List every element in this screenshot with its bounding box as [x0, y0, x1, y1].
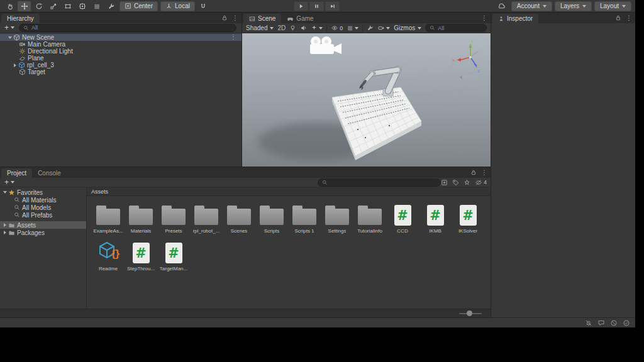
- asset-item[interactable]: Scripts 1: [288, 201, 321, 234]
- scene-grid-dropdown[interactable]: [347, 25, 358, 31]
- asset-item[interactable]: rpl_robot_...: [190, 201, 223, 234]
- scene-effects-dropdown[interactable]: [311, 25, 323, 31]
- check-circle-icon[interactable]: [623, 319, 630, 327]
- panel-menu-icon[interactable]: [626, 15, 632, 21]
- asset-item[interactable]: Scripts: [255, 201, 288, 234]
- pivot-local-label: Local: [175, 3, 190, 9]
- lock-icon[interactable]: [221, 14, 228, 21]
- grid-tool-button[interactable]: [90, 1, 103, 11]
- move-tool-button[interactable]: [18, 1, 31, 11]
- play-button[interactable]: [294, 1, 309, 11]
- snap-tool-button[interactable]: [197, 1, 210, 11]
- search-by-type-icon[interactable]: [441, 179, 448, 186]
- scene-audio-icon[interactable]: [300, 25, 307, 31]
- shading-mode-dropdown[interactable]: Shaded: [246, 25, 274, 31]
- asset-item[interactable]: IKSolver: [452, 201, 484, 234]
- expand-arrow-icon[interactable]: [4, 231, 6, 234]
- asset-item[interactable]: CCD: [386, 201, 419, 234]
- scene-viewport[interactable]: y x z Persp: [242, 33, 491, 167]
- lock-icon[interactable]: [615, 14, 621, 21]
- step-icon: [330, 3, 336, 9]
- pause-button[interactable]: [309, 1, 325, 11]
- tab-scene[interactable]: Scene: [243, 14, 281, 23]
- hierarchy-search-input[interactable]: All: [19, 24, 236, 32]
- hierarchy-item-target[interactable]: Target: [0, 69, 242, 75]
- step-button[interactable]: [325, 1, 340, 11]
- scene-camera-dropdown[interactable]: [377, 25, 390, 31]
- hidden-packages-toggle[interactable]: 4: [475, 179, 487, 186]
- account-dropdown[interactable]: Account: [511, 1, 552, 11]
- panel-menu-icon[interactable]: [481, 15, 487, 21]
- hierarchy-item-plane[interactable]: Plane: [0, 55, 242, 62]
- save-search-icon[interactable]: [464, 179, 470, 186]
- collapse-arrow-icon[interactable]: [8, 36, 12, 39]
- hierarchy-item-rpl-cell[interactable]: rpl_cell_3: [0, 62, 242, 69]
- hierarchy-tab-label: Hierarchy: [7, 15, 34, 22]
- scale-tool-button[interactable]: [47, 1, 60, 11]
- folder-icon: [96, 209, 120, 225]
- tab-console[interactable]: Console: [32, 168, 67, 178]
- transform-tool-button[interactable]: [75, 1, 89, 11]
- asset-item[interactable]: {} Readme: [92, 239, 125, 272]
- scene-options-icon[interactable]: [230, 34, 236, 40]
- project-add-button[interactable]: +: [3, 178, 16, 187]
- zoom-slider-handle[interactable]: [467, 310, 472, 316]
- play-icon: [298, 3, 304, 9]
- zoom-slider[interactable]: [459, 313, 482, 314]
- lock-icon[interactable]: [470, 169, 477, 176]
- panel-menu-icon[interactable]: [481, 170, 487, 176]
- pivot-center-button[interactable]: Center: [119, 1, 158, 11]
- hierarchy-item-directional-light[interactable]: Directional Light: [0, 48, 242, 55]
- rect-tool-button[interactable]: [61, 1, 74, 11]
- ban-icon[interactable]: [610, 319, 618, 327]
- sidebar-item-all-prefabs[interactable]: All Prefabs: [0, 211, 86, 219]
- tab-project[interactable]: Project: [1, 168, 32, 178]
- custom-tool-button[interactable]: [104, 1, 118, 11]
- asset-item[interactable]: TutorialInfo: [353, 201, 386, 234]
- search-placeholder: All: [438, 25, 444, 31]
- item-label: Plane: [28, 55, 44, 62]
- 2d-toggle[interactable]: 2D: [277, 25, 286, 31]
- asset-item[interactable]: IKMB: [419, 201, 452, 234]
- message-icon[interactable]: [597, 319, 605, 327]
- asset-item[interactable]: Materials: [125, 201, 157, 234]
- scene-lighting-icon[interactable]: [289, 25, 296, 31]
- sidebar-item-assets[interactable]: Assets: [0, 221, 86, 229]
- expand-arrow-icon[interactable]: [4, 223, 6, 227]
- hierarchy-add-button[interactable]: +: [3, 23, 16, 32]
- sidebar-item-packages[interactable]: Packages: [0, 229, 86, 236]
- sidebar-item-favorites[interactable]: Favorites: [0, 189, 86, 196]
- asset-item[interactable]: TargetMan...: [157, 239, 190, 272]
- scene-search-input[interactable]: All: [425, 24, 487, 32]
- hierarchy-item-main-camera[interactable]: Main Camera: [0, 41, 242, 48]
- asset-item[interactable]: Settings: [321, 201, 353, 234]
- tab-inspector[interactable]: Inspector: [492, 14, 538, 23]
- tab-hierarchy[interactable]: Hierarchy: [1, 14, 40, 23]
- search-by-label-icon[interactable]: [452, 179, 459, 186]
- layout-dropdown[interactable]: Layout: [594, 1, 631, 11]
- pivot-local-button[interactable]: Local: [160, 1, 195, 11]
- scene-tool-icon[interactable]: [367, 25, 374, 31]
- asset-item[interactable]: Presets: [157, 201, 190, 234]
- collapse-arrow-icon[interactable]: [3, 191, 7, 194]
- panel-menu-icon[interactable]: [232, 15, 238, 21]
- sidebar-item-all-materials[interactable]: All Materials: [0, 196, 86, 204]
- asset-item[interactable]: StepThrou...: [125, 239, 157, 272]
- layout-label: Layout: [600, 3, 619, 9]
- asset-item[interactable]: Scenes: [223, 201, 255, 234]
- tab-game[interactable]: Game: [281, 14, 319, 23]
- asset-item[interactable]: ExampleAs...: [92, 201, 125, 234]
- expand-arrow-icon[interactable]: [14, 63, 16, 67]
- rotate-tool-button[interactable]: [32, 1, 45, 11]
- notifications-muted-icon[interactable]: [585, 319, 592, 327]
- sidebar-item-all-models[interactable]: All Models: [0, 204, 86, 211]
- hand-tool-button[interactable]: [3, 1, 16, 11]
- hierarchy-tabbar: Hierarchy: [0, 13, 242, 23]
- layers-dropdown[interactable]: Layers: [555, 1, 592, 11]
- scene-visibility-toggle[interactable]: 0: [331, 25, 343, 31]
- inspector-tab-icon: [498, 16, 504, 22]
- gizmos-dropdown[interactable]: Gizmos: [394, 25, 421, 31]
- cloud-services-button[interactable]: [495, 1, 508, 11]
- project-search-input[interactable]: [318, 178, 441, 187]
- hierarchy-item-scene[interactable]: New Scene: [0, 34, 242, 41]
